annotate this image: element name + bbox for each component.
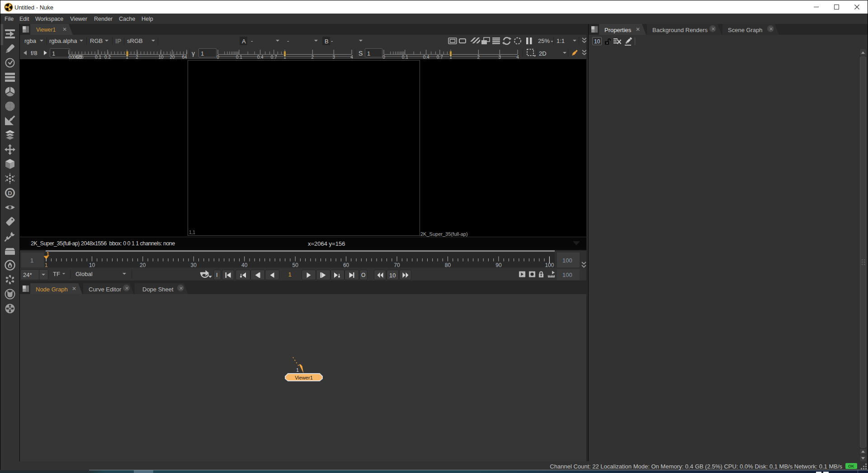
svg-text:D: D [8,190,12,197]
svg-text:Viewer1: Viewer1 [295,375,313,380]
svg-text:1: 1 [296,367,299,373]
svg-text:60: 60 [343,262,349,268]
svg-text:50: 50 [292,262,299,268]
svg-text:70: 70 [394,262,400,268]
svg-text:1: 1 [47,252,49,257]
svg-text:90: 90 [495,262,502,268]
svg-text:100: 100 [545,262,554,268]
svg-text:20: 20 [140,262,146,268]
svg-text:40: 40 [241,262,248,268]
svg-text:10: 10 [89,262,95,268]
svg-text:1: 1 [45,262,48,268]
svg-text:30: 30 [191,262,197,268]
svg-text:80: 80 [445,262,451,268]
